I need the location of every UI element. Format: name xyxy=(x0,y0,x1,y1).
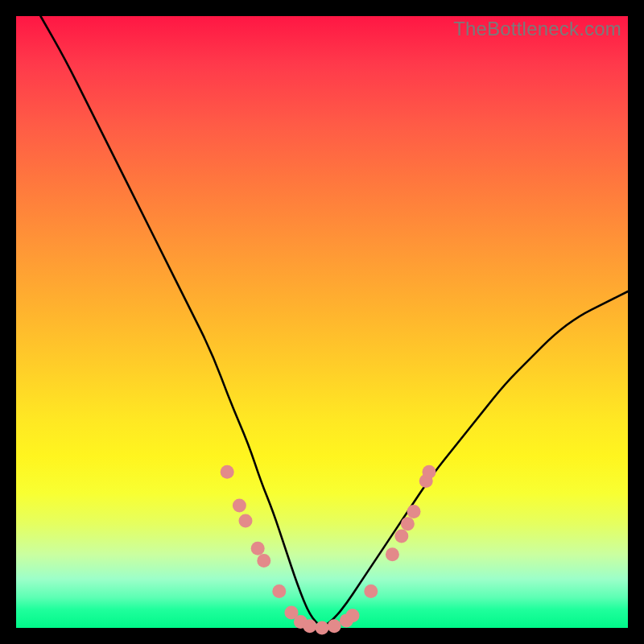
bottleneck-curve xyxy=(40,16,628,625)
data-marker xyxy=(394,530,408,543)
chart-frame: TheBottleneck.com xyxy=(0,0,644,644)
data-marker xyxy=(251,542,265,555)
chart-svg xyxy=(16,16,628,628)
data-marker xyxy=(239,514,253,528)
data-marker xyxy=(423,465,436,479)
data-marker xyxy=(328,619,341,633)
data-marker xyxy=(233,499,246,513)
data-marker xyxy=(401,517,415,530)
data-marker xyxy=(257,554,270,568)
data-marker xyxy=(346,609,360,622)
data-marker xyxy=(316,621,329,635)
data-marker xyxy=(272,584,286,598)
data-marker xyxy=(364,584,378,598)
data-markers xyxy=(221,465,436,635)
data-marker xyxy=(386,547,399,561)
data-marker xyxy=(221,465,234,479)
plot-area: TheBottleneck.com xyxy=(16,16,628,628)
data-marker xyxy=(303,619,316,633)
data-marker xyxy=(407,505,421,518)
